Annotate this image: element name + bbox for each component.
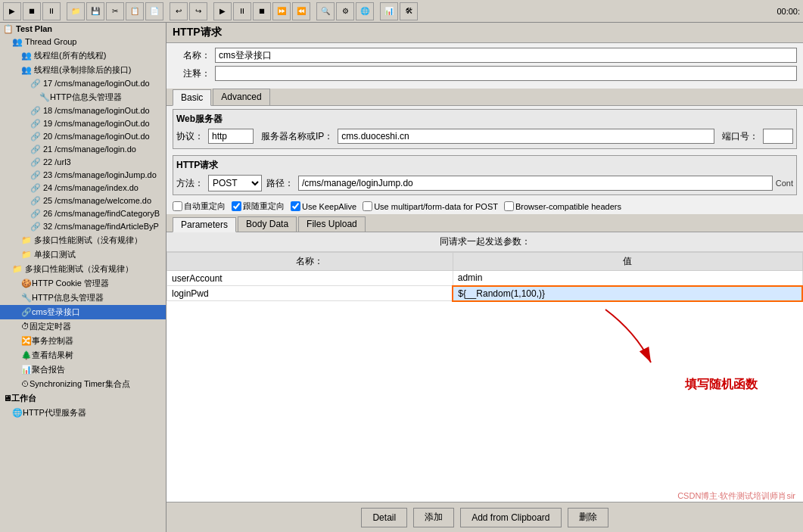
path-input[interactable]: [298, 176, 773, 191]
tree-item-25[interactable]: 🔗25 /cms/manage/welcome.do: [0, 194, 166, 207]
tree-item-32[interactable]: 🔗32 /cms/manage/findArticleByP: [0, 220, 166, 233]
tree-item-single[interactable]: 📁单接口测试: [0, 247, 166, 262]
tab-files-upload[interactable]: Files Upload: [298, 216, 366, 232]
tree-item-http-header1[interactable]: 🔧HTTP信息头管理器: [0, 90, 166, 104]
left-panel: 📋Test Plan 👥Thread Group 👥线程组(所有的线程) 👥线程…: [0, 23, 167, 532]
protocol-input[interactable]: [208, 129, 254, 144]
toolbar-btn-8[interactable]: 📄: [145, 2, 163, 20]
add-from-clipboard-button[interactable]: Add from Clipboard: [460, 508, 561, 527]
cookie-icon: 🍪: [21, 278, 32, 288]
toolbar: ▶ ⏹ ⏸ 📁 💾 ✂ 📋 📄 ↩ ↪ ▶ ⏸ ⏹ ⏩ ⏪ 🔍 ⚙ 🌐 📊 🛠 …: [0, 0, 803, 23]
tree-item-results[interactable]: 🌲查看结果树: [0, 348, 166, 362]
tree-item-workbench[interactable]: 🖥工作台: [0, 391, 166, 406]
check-browser-compatible[interactable]: Browser-compatible headers: [504, 201, 621, 211]
tab-advanced[interactable]: Advanced: [213, 89, 269, 105]
arrow-svg: [545, 302, 696, 393]
tab-body-data[interactable]: Body Data: [238, 216, 297, 232]
timer-icon: ⏱: [21, 322, 30, 331]
protocol-label: 协议：: [176, 130, 204, 143]
toolbar-btn-1[interactable]: ▶: [3, 2, 21, 20]
toolbar-btn-3[interactable]: ⏸: [42, 2, 61, 20]
name-input[interactable]: [215, 48, 797, 63]
browser-compatible-checkbox[interactable]: [504, 201, 514, 211]
tree-item-26[interactable]: 🔗26 /cms/manage/findCategoryB: [0, 207, 166, 220]
multipart-checkbox[interactable]: [363, 201, 372, 211]
method-select[interactable]: POST GET PUT DELETE: [208, 175, 262, 191]
single-icon: 📁: [21, 250, 32, 259]
tree-item-sync-timer[interactable]: ⏲Synchronizing Timer集合点: [0, 377, 166, 391]
toolbar-btn-4[interactable]: 📁: [67, 2, 85, 20]
tree-item-threadgroup[interactable]: 👥Thread Group: [0, 36, 166, 48]
row1-name: userAccount: [167, 271, 453, 286]
tree-item-testplan[interactable]: 📋Test Plan: [0, 23, 166, 36]
annotation-area: 填写随机函数: [167, 302, 803, 423]
toolbar-btn-19[interactable]: 📊: [380, 2, 398, 20]
method-label: 方法：: [176, 177, 204, 190]
tree-item-23[interactable]: 🔗23 /cms/manage/loginJump.do: [0, 169, 166, 182]
delete-button[interactable]: 删除: [568, 508, 608, 527]
tree-item-19[interactable]: 🔗19 /cms/manage/loginOut.do: [0, 117, 166, 130]
tree-item-multi2[interactable]: 📁多接口性能测试（没有规律）: [0, 262, 166, 276]
toolbar-btn-2[interactable]: ⏹: [23, 2, 41, 20]
item21-icon: 🔗: [30, 145, 41, 154]
tree-item-24[interactable]: 🔗24 /cms/manage/index.do: [0, 182, 166, 194]
tree-item-recorded[interactable]: 👥线程组(录制排除后的接口): [0, 63, 166, 77]
http-request-section: HTTP请求 方法： POST GET PUT DELETE 路径： Cont: [173, 155, 797, 195]
toolbar-btn-17[interactable]: ⚙: [336, 2, 354, 20]
httpheader-icon: 🔧: [21, 293, 32, 302]
tree-item-multi1[interactable]: 📁多接口性能测试（没有规律）: [0, 233, 166, 247]
tree-item-timer[interactable]: ⏱固定定时器: [0, 319, 166, 334]
tree-item-17[interactable]: 🔗17 /cms/manage/loginOut.do: [0, 77, 166, 90]
item26-icon: 🔗: [30, 209, 41, 218]
params-header: 同请求一起发送参数：: [167, 232, 803, 252]
toolbar-btn-20[interactable]: 🛠: [400, 2, 418, 20]
method-row: 方法： POST GET PUT DELETE 路径： Cont: [176, 175, 793, 191]
check-keepalive[interactable]: Use KeepAlive: [291, 201, 356, 211]
toolbar-btn-5[interactable]: 💾: [86, 2, 104, 20]
toolbar-btn-7[interactable]: 📋: [126, 2, 144, 20]
toolbar-btn-16[interactable]: 🔍: [316, 2, 335, 20]
tree-item-proxy[interactable]: 🌐HTTP代理服务器: [0, 406, 166, 420]
toolbar-btn-10[interactable]: ↪: [189, 2, 207, 20]
web-server-section: Web服务器 协议： 服务器名称或IP： 端口号：: [173, 109, 797, 149]
http-request-title: HTTP请求: [176, 159, 793, 172]
comment-input[interactable]: [215, 66, 797, 81]
tree-item-21[interactable]: 🔗21 /cms/manage/login.do: [0, 143, 166, 156]
tree-item-cms-login[interactable]: 🔗cms登录接口: [0, 305, 166, 319]
check-auto-redirect[interactable]: 自动重定向: [173, 201, 226, 212]
path-label: 路径：: [266, 177, 294, 190]
check-multipart[interactable]: Use multipart/form-data for POST: [363, 201, 498, 211]
tree-item-transaction[interactable]: 🔀事务控制器: [0, 334, 166, 348]
toolbar-btn-12[interactable]: ⏸: [233, 2, 251, 20]
tree-item-httpheader[interactable]: 🔧HTTP信息头管理器: [0, 291, 166, 305]
cmslogin-icon: 🔗: [21, 307, 32, 316]
auto-redirect-checkbox[interactable]: [173, 201, 182, 211]
detail-button[interactable]: Detail: [361, 508, 407, 527]
tree-item-18[interactable]: 🔗18 /cms/manage/loginOut.do: [0, 104, 166, 117]
toolbar-btn-14[interactable]: ⏩: [272, 2, 291, 20]
tree-item-20[interactable]: 🔗20 /cms/manage/loginOut.do: [0, 130, 166, 143]
comment-label: 注释：: [173, 67, 210, 80]
tree-item-22[interactable]: 🔗22 /url3: [0, 156, 166, 169]
table-area: 同请求一起发送参数： 名称： 值 userAccount admin: [167, 232, 803, 502]
tree-item-cookie[interactable]: 🍪HTTP Cookie 管理器: [0, 276, 166, 291]
tab-parameters[interactable]: Parameters: [173, 217, 236, 232]
add-button[interactable]: 添加: [413, 508, 454, 527]
server-input[interactable]: [338, 129, 714, 144]
keepalive-checkbox[interactable]: [291, 201, 300, 211]
tree-item-allthreads[interactable]: 👥线程组(所有的线程): [0, 48, 166, 63]
toolbar-btn-11[interactable]: ▶: [213, 2, 232, 20]
tab-basic[interactable]: Basic: [173, 89, 211, 106]
toolbar-btn-6[interactable]: ✂: [106, 2, 124, 20]
toolbar-btn-9[interactable]: ↩: [170, 2, 188, 20]
server-label: 服务器名称或IP：: [261, 130, 333, 143]
follow-redirect-checkbox[interactable]: [232, 201, 241, 211]
toolbar-btn-18[interactable]: 🌐: [356, 2, 374, 20]
inner-tab-row: Parameters Body Data Files Upload: [167, 214, 803, 232]
port-input[interactable]: [763, 129, 793, 144]
toolbar-btn-15[interactable]: ⏪: [292, 2, 310, 20]
check-follow-redirect[interactable]: 跟随重定向: [232, 201, 285, 212]
tree-item-report[interactable]: 📊聚合报告: [0, 362, 166, 377]
toolbar-btn-13[interactable]: ⏹: [253, 2, 271, 20]
item20-icon: 🔗: [30, 132, 41, 141]
